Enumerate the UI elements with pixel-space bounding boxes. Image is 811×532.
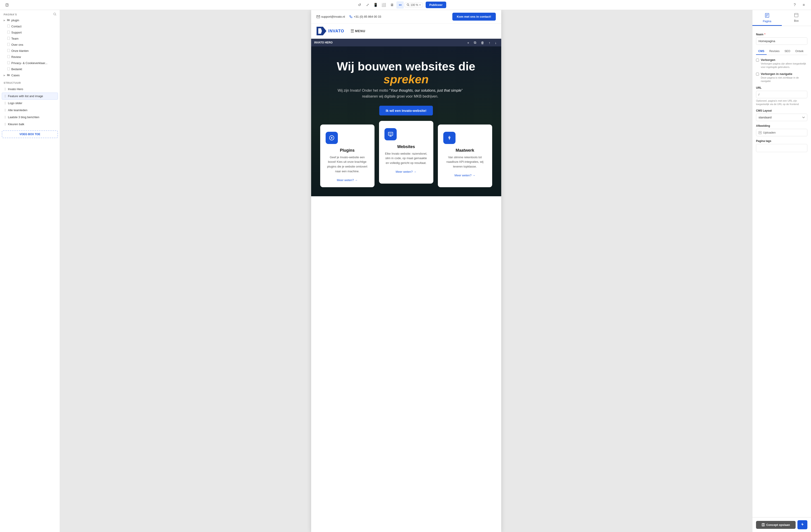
main-layout: PAGINA'S ▶ plugin Contact <box>0 10 811 532</box>
help-btn[interactable]: ? <box>791 1 798 9</box>
diamond-icon <box>446 135 452 141</box>
upload-label: Uploaden <box>763 131 776 134</box>
card-link-websites[interactable]: Meer weten? → <box>396 170 417 173</box>
toolbar-right: ? ≡ <box>791 1 807 9</box>
section-add-btn[interactable]: + <box>466 40 471 45</box>
drag-handle-icon: ⣿ <box>4 102 6 105</box>
svg-rect-15 <box>389 133 392 135</box>
hero-content: Wij bouwen websites die spreken Wij zijn… <box>337 60 475 116</box>
pagina-tags-input[interactable] <box>756 144 807 152</box>
save-concept-label: Concept opslaan <box>766 523 790 527</box>
hide-nav-label-block: Verborgen in navigatie Deze pagina is ni… <box>761 72 807 83</box>
structure-item-kleuren-balk[interactable]: ⣿ Kleuren balk <box>2 121 58 128</box>
section-label-bar: INVATO HERO + ⧉ 🗑 ↑ ↓ <box>311 39 501 46</box>
logo-mark <box>317 27 326 35</box>
zoom-control[interactable]: 100 % <box>404 3 423 7</box>
section-up-btn[interactable]: ↑ <box>487 40 492 45</box>
right-panel: Pagina Box Naam * CMS Revisies SEO Ontwi… <box>752 10 811 532</box>
nav-menu[interactable]: ☰ MENU <box>351 29 365 33</box>
phone-link[interactable]: +31 (0) 85 864 00 33 <box>349 15 381 18</box>
cms-tab-revisies[interactable]: Revisies <box>767 48 782 55</box>
page-item-support[interactable]: Support <box>2 29 58 35</box>
section-down-btn[interactable]: ↓ <box>493 40 498 45</box>
page-item-bedankt[interactable]: Bedankt <box>2 66 58 72</box>
website-frame: support@invato.nl +31 (0) 85 864 00 33 K… <box>311 10 501 532</box>
folder-icon <box>7 73 10 77</box>
email-icon <box>317 15 320 18</box>
undo-btn[interactable]: ↺ <box>356 1 363 9</box>
section-delete-btn[interactable]: 🗑 <box>479 40 486 45</box>
page-item-over-ons[interactable]: Over ons <box>2 42 58 48</box>
settings-btn[interactable]: ≡ <box>800 1 807 9</box>
mobile-view-btn[interactable]: 📱 <box>372 1 379 9</box>
page-item-plugin[interactable]: ▶ plugin <box>2 17 58 23</box>
page-item-cases[interactable]: ▶ Cases <box>2 72 58 78</box>
structure-item-blog[interactable]: ⣿ Laatste 3 blog berichten <box>2 113 58 121</box>
card-link-maatwerk[interactable]: Meer weten? → <box>455 173 475 177</box>
page-item-team[interactable]: Team <box>2 35 58 42</box>
url-label: URL <box>756 86 807 89</box>
pages-icon-btn[interactable] <box>4 1 11 9</box>
box-tab-icon <box>794 13 798 18</box>
website-topbar-left: support@invato.nl +31 (0) 85 864 00 33 <box>317 15 381 18</box>
website-logo: INVATO <box>317 27 344 35</box>
desktop-view-btn[interactable]: 🖥 <box>388 1 396 9</box>
save-concept-btn[interactable]: Concept opslaan <box>756 521 796 529</box>
structure-section-title: STRUCTUUR <box>0 78 60 86</box>
responsive-view-btn[interactable]: ⇔ <box>396 1 404 9</box>
cms-layout-select[interactable]: standaard blog portfolio <box>756 113 807 121</box>
main-toolbar: ↺ ⤢ 📱 ⬜ 🖥 ⇔ 100 % Publiceer ? ≡ <box>0 0 811 10</box>
section-actions: + ⧉ 🗑 ↑ ↓ <box>466 40 498 45</box>
svg-rect-4 <box>7 31 10 33</box>
tablet-view-btn[interactable]: ⬜ <box>380 1 387 9</box>
tab-box[interactable]: Box <box>782 10 811 26</box>
hide-nav-checkbox[interactable] <box>756 73 759 76</box>
upload-btn[interactable]: Uploaden <box>756 129 807 136</box>
page-item-onze-klanten[interactable]: Onze klanten <box>2 48 58 54</box>
card-maatwerk: Maatwerk Van slimme rekentools tot naadl… <box>438 124 492 187</box>
email-link[interactable]: support@invato.nl <box>317 15 345 18</box>
section-copy-btn[interactable]: ⧉ <box>473 40 478 45</box>
publish-icon-btn[interactable] <box>797 520 807 529</box>
pages-section-title: PAGINA'S <box>0 10 20 17</box>
page-label: Support <box>11 31 22 34</box>
website-topbar: support@invato.nl +31 (0) 85 864 00 33 K… <box>311 10 501 24</box>
structure-item-invato-hero[interactable]: ⣿ Invato Hero <box>2 86 58 93</box>
chevron-right-icon: ▶ <box>4 74 5 77</box>
doc-icon <box>7 55 10 59</box>
contact-btn[interactable]: Kom met ons in contact! <box>452 13 496 20</box>
page-item-review[interactable]: Review <box>2 54 58 60</box>
doc-icon <box>7 43 10 47</box>
hidden-checkbox[interactable] <box>756 59 759 62</box>
card-title-maatwerk: Maatwerk <box>443 148 487 153</box>
structure-item-teamleden[interactable]: ⣿ Alle teamleden <box>2 107 58 113</box>
chevron-right-icon: ▶ <box>4 19 5 21</box>
cms-tab-seo[interactable]: SEO <box>782 48 793 55</box>
card-icon-plugins <box>326 132 338 144</box>
structure-item-logo-slider[interactable]: ⣿ Logo slider <box>2 100 58 107</box>
external-link-btn[interactable]: ⤢ <box>364 1 371 9</box>
page-item-contact[interactable]: Contact <box>2 23 58 29</box>
cms-tab-cms[interactable]: CMS <box>756 48 767 55</box>
url-input[interactable] <box>756 91 807 98</box>
card-link-plugins[interactable]: Meer weten? → <box>337 178 358 182</box>
tab-pagina[interactable]: Pagina <box>752 10 782 26</box>
canvas-area: support@invato.nl +31 (0) 85 864 00 33 K… <box>60 10 752 532</box>
add-box-btn[interactable]: VOEG BOX TOE <box>2 131 58 138</box>
page-label: Onze klanten <box>11 49 29 52</box>
page-item-privacy[interactable]: Privacy- & Cookieverklaar... <box>2 60 58 66</box>
name-input[interactable] <box>756 37 807 45</box>
publish-btn[interactable]: Publiceer <box>426 2 446 8</box>
pages-list: ▶ plugin Contact Support Team <box>0 17 60 78</box>
left-sidebar: PAGINA'S ▶ plugin Contact <box>0 10 60 532</box>
structure-item-feature[interactable]: ⣿ Feature with list and image <box>2 93 58 100</box>
svg-rect-17 <box>795 13 798 17</box>
cms-tab-ontwik[interactable]: Ontwik <box>793 48 806 55</box>
sidebar-search-btn[interactable] <box>53 13 57 16</box>
card-desc-maatwerk: Van slimme rekentools tot naadloze API-i… <box>443 155 487 169</box>
svg-rect-8 <box>7 55 10 58</box>
email-text: support@invato.nl <box>321 15 345 18</box>
afbeelding-label: Afbeelding <box>756 124 807 127</box>
afbeelding-section: Afbeelding Uploaden <box>756 124 807 136</box>
hero-cta-btn[interactable]: Ik wil een Invato-website! <box>379 106 433 116</box>
